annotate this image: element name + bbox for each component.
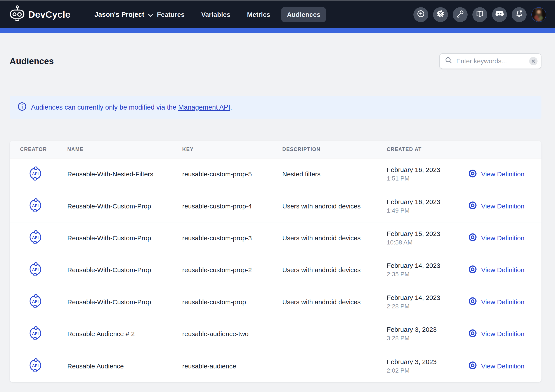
key-icon [456,9,465,20]
page-title: Audiences [10,56,54,66]
audiences-table: CREATORNAMEKEYDESCRIPTIONCREATED AT APIR… [10,141,541,382]
gear-button[interactable] [433,7,448,22]
search-icon [445,57,452,66]
divider [10,78,541,78]
info-icon [17,102,27,113]
audience-name: Reusable Audience # 2 [67,330,182,338]
primary-nav: FeaturesVariablesMetricsAudiences [157,7,320,22]
key-button[interactable] [453,7,467,22]
management-api-link[interactable]: Management API [178,103,230,111]
audience-key: reusable-custom-prop-2 [182,266,282,274]
view-definition-button[interactable]: View Definition [468,265,541,275]
audience-key: reusable-custom-prop-5 [182,171,282,178]
audience-description: Users with android devices [282,298,387,306]
chevron-down-icon [148,11,153,19]
devcycle-logo-icon [10,6,24,24]
column-header-key: KEY [182,146,282,152]
nav-variables[interactable]: Variables [201,11,231,18]
api-badge-icon: API [29,358,42,374]
audience-key: reusable-audience-two [182,330,282,338]
audience-name: Reusable-With-Custom-Prop [67,235,182,242]
audience-key: reusable-custom-prop-3 [182,235,282,242]
eye-icon [468,233,477,243]
eye-icon [468,329,477,339]
svg-text:API: API [32,331,39,335]
svg-text:API: API [32,363,39,368]
audience-description: Nested filters [282,171,387,178]
eye-icon [468,265,477,275]
nav-features[interactable]: Features [157,11,185,18]
discord-button[interactable] [492,7,507,22]
svg-text:API: API [32,235,39,240]
view-definition-button[interactable]: View Definition [468,201,541,212]
creator-cell: API [10,167,67,182]
table-row: APIReusable-With-Custom-Propreusable-cus… [10,190,541,222]
view-definition-button[interactable]: View Definition [468,233,541,243]
api-badge-icon: API [29,198,42,214]
topbar-actions [413,7,546,22]
info-banner: Audiences can currently only be modified… [10,96,541,119]
nav-audiences[interactable]: Audiences [281,7,326,22]
audience-name: Reusable-With-Custom-Prop [67,266,182,274]
audience-name: Reusable-With-Nested-Filters [67,171,182,178]
api-badge-icon: API [29,262,42,278]
book-icon [475,9,484,20]
table-row: APIReusable-With-Custom-Propreusable-cus… [10,222,541,254]
clear-search-button[interactable] [529,57,538,65]
avatar[interactable] [531,7,546,22]
audience-key: reusable-audience [182,363,282,370]
api-badge-icon: API [29,230,42,246]
column-header-created-at: CREATED AT [387,146,468,152]
nav-metrics[interactable]: Metrics [247,11,270,18]
book-button[interactable] [472,7,487,22]
svg-text:API: API [32,171,39,176]
table-row: APIReusable Audiencereusable-audienceFeb… [10,350,541,382]
creator-cell: API [10,198,67,214]
view-definition-button[interactable]: View Definition [468,297,541,307]
creator-cell: API [10,230,67,246]
gear-icon [436,9,445,20]
audience-description: Users with android devices [282,203,387,210]
brand-name: DevCycle [29,9,70,20]
topbar: DevCycle Jason's Project FeaturesVariabl… [0,0,555,28]
table-row: APIReusable-With-Nested-Filtersreusable-… [10,158,541,190]
accent-strip [0,28,555,33]
discord-icon [495,9,504,20]
created-at-cell: February 14, 20232:28 PM [387,293,468,311]
plus-circle-icon [416,9,425,20]
view-definition-button[interactable]: View Definition [468,361,541,371]
api-badge-icon: API [29,326,42,342]
table-row: APIReusable-With-Custom-Propreusable-cus… [10,254,541,286]
eye-icon [468,361,477,371]
table-row: APIReusable Audience # 2reusable-audienc… [10,318,541,350]
audience-name: Reusable-With-Custom-Prop [67,203,182,210]
created-at-cell: February 3, 20233:28 PM [387,325,468,343]
view-definition-button[interactable]: View Definition [468,329,541,339]
search-input[interactable] [456,57,529,65]
created-at-cell: February 16, 20231:49 PM [387,198,468,215]
audience-description: Users with android devices [282,235,387,242]
column-header-creator: CREATOR [10,146,67,152]
eye-icon [468,201,477,212]
svg-text:API: API [32,299,39,304]
eye-icon [468,169,477,180]
svg-text:API: API [32,267,39,271]
created-at-cell: February 3, 20232:02 PM [387,357,468,375]
view-definition-button[interactable]: View Definition [468,169,541,180]
audience-name: Reusable Audience [67,363,182,370]
plus-circle-button[interactable] [413,7,428,22]
creator-cell: API [10,262,67,278]
api-badge-icon: API [29,167,42,182]
created-at-cell: February 14, 20232:35 PM [387,261,468,279]
column-header-description: DESCRIPTION [282,146,387,152]
project-selector[interactable]: Jason's Project [95,11,153,19]
eye-icon [468,297,477,307]
audience-description: Users with android devices [282,266,387,274]
column-header-name: NAME [67,146,182,152]
api-badge-icon: API [29,294,42,310]
creator-cell: API [10,358,67,374]
brand[interactable]: DevCycle [10,6,70,24]
bell-button[interactable] [512,7,526,22]
search-box[interactable] [439,53,541,69]
bell-icon [515,9,524,20]
